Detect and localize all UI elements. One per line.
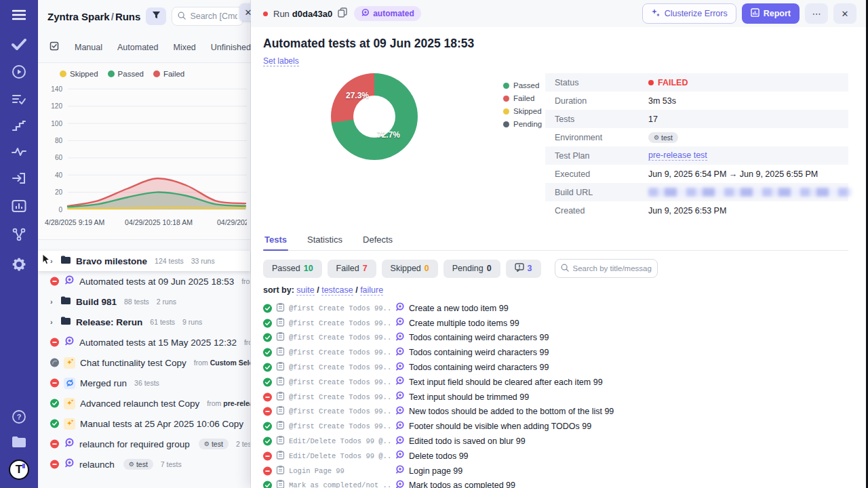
run-title: Automated tests at 09 Jun 2025 18:53 <box>263 37 848 51</box>
sidebar-help-icon[interactable]: ? <box>12 409 26 424</box>
environment-badge: ⚙test <box>648 132 678 143</box>
run-list-item[interactable]: ›Release: Rerun61 tests9 runs <box>38 312 250 332</box>
sidebar-bar-chart-icon[interactable] <box>12 199 26 213</box>
run-type-tabs: ManualAutomatedMixedUnfinished <box>38 31 250 62</box>
svg-text:20: 20 <box>55 188 63 196</box>
close-run-button[interactable]: ✕ <box>833 3 856 24</box>
detail-value: 3m 53s <box>648 96 676 106</box>
run-list-item[interactable]: Automated tests at 15 May 2025 12:32from… <box>38 332 250 352</box>
menu-icon[interactable] <box>12 9 26 20</box>
run-name: relaunch for required group <box>79 439 190 449</box>
tab-automated[interactable]: Automated <box>117 43 158 52</box>
test-row[interactable]: @first Create Todos 99...Text input shou… <box>263 390 848 405</box>
tab-defects[interactable]: Defects <box>361 230 394 250</box>
test-row[interactable]: @first Create Todos 99...Text input fiel… <box>263 375 848 390</box>
svg-text:100: 100 <box>51 120 62 127</box>
sidebar-sign-in-icon[interactable] <box>12 171 26 185</box>
chevron-right-icon[interactable]: › <box>50 257 56 265</box>
test-row[interactable]: @first Create Todos 99...Todos containin… <box>263 360 848 375</box>
test-row[interactable]: Mark as completed/not ...Mark todos as c… <box>263 479 848 488</box>
sidebar-projects-icon[interactable] <box>11 435 27 449</box>
run-list-item[interactable]: ✦✦Manual tests at 25 Apr 2025 10:06 Copy… <box>38 413 250 434</box>
folder-tests-count: 88 tests <box>124 298 149 306</box>
runs-search[interactable] <box>172 7 243 26</box>
run-list-item[interactable]: Merged run36 tests <box>38 373 250 393</box>
sidebar-play-circle-icon[interactable] <box>12 64 26 79</box>
test-row[interactable]: @first Create Todos 99...Todos containin… <box>263 345 848 360</box>
report-button[interactable]: Report <box>742 3 800 24</box>
select-all-icon[interactable] <box>49 41 60 54</box>
chevron-right-icon[interactable]: › <box>50 318 56 326</box>
filter-chip-comments[interactable]: 3 <box>506 260 541 278</box>
sidebar-branch-icon[interactable] <box>12 227 26 242</box>
tests-search[interactable] <box>555 259 658 278</box>
filter-chip-failed[interactable]: Failed7 <box>328 260 376 278</box>
sidebar-steps-icon[interactable] <box>12 120 26 132</box>
sidebar-list-check-icon[interactable] <box>12 94 26 106</box>
status-failed-icon <box>263 451 272 460</box>
more-button[interactable]: ⋯ <box>805 3 828 24</box>
sidebar-check-icon[interactable] <box>12 38 26 50</box>
run-list-item[interactable]: ✦✦Advanced relaunch test Copyfrom pre-re… <box>38 393 250 413</box>
filter-chip-skipped[interactable]: Skipped0 <box>382 260 438 278</box>
test-title: Todos containing weird characters 99 <box>409 333 549 342</box>
run-topbar: Run d0da43a0 automated Clusterize Errors… <box>251 0 866 27</box>
tests-search-input[interactable] <box>573 264 652 272</box>
build-url-blurred[interactable] <box>648 188 852 197</box>
test-row[interactable]: @first Create Todos 99...Footer should b… <box>263 419 848 434</box>
robot-icon <box>64 336 75 349</box>
run-list-item[interactable]: ✦✦Chat functinality test Copyfrom Custom… <box>38 352 250 373</box>
chevron-right-icon[interactable]: › <box>50 298 56 306</box>
folder-icon <box>60 316 71 328</box>
run-list-item[interactable]: ›Build 98188 tests2 runs <box>38 291 250 312</box>
runs-search-input[interactable] <box>190 12 237 21</box>
clipboard-icon <box>276 361 285 373</box>
run-name: Advanced relaunch test Copy <box>80 399 199 409</box>
robot-icon <box>395 346 405 359</box>
run-list-item[interactable]: ›Bravo milestone124 tests33 runs <box>38 251 250 271</box>
filter-button[interactable] <box>146 7 166 25</box>
clusterize-errors-button[interactable]: Clusterize Errors <box>642 3 736 24</box>
sidebar-gear-icon[interactable] <box>11 256 27 272</box>
sort-link-failure[interactable]: failure <box>360 285 383 296</box>
status-passed-icon <box>50 399 59 408</box>
detail-label: Test Plan <box>545 151 648 161</box>
svg-text:4/28/2025 9:19 AM: 4/28/2025 9:19 AM <box>45 218 104 226</box>
test-row[interactable]: Login Page 99Login page 99 <box>263 464 848 479</box>
tab-statistics[interactable]: Statistics <box>306 230 344 250</box>
suite-name: Mark as completed/not ... <box>289 481 391 488</box>
filter-chip-passed[interactable]: Passed10 <box>263 260 322 278</box>
test-row[interactable]: Edit/Delete Todos 99 @...Edited todo is … <box>263 434 848 449</box>
test-row[interactable]: Edit/Delete Todos 99 @...Delete todos 99 <box>263 449 848 464</box>
run-list-item[interactable]: Automated tests at 09 Jun 2025 18:53from… <box>38 271 250 291</box>
project-name[interactable]: Zyntra Spark <box>47 11 110 22</box>
sort-separator: / <box>353 285 360 295</box>
detail-label: Executed <box>545 169 648 179</box>
tab-mixed[interactable]: Mixed <box>173 43 195 52</box>
run-list-item[interactable]: relaunch for required group⚙test2 tests <box>38 434 250 454</box>
sort-link-suite[interactable]: suite <box>296 285 314 296</box>
test-plan-link[interactable]: pre-release test <box>648 150 707 161</box>
sidebar-activity-icon[interactable] <box>12 146 26 157</box>
test-title: Create a new todo item 99 <box>409 304 509 313</box>
avatar[interactable]: T <box>9 460 29 480</box>
automated-badge[interactable]: automated <box>354 6 421 21</box>
filter-chip-pending[interactable]: Pending0 <box>443 260 500 278</box>
test-row[interactable]: @first Create Todos 99...Todos containin… <box>263 331 848 346</box>
set-labels-link[interactable]: Set labels <box>263 56 299 66</box>
sort-link-testcase[interactable]: testcase <box>321 285 353 296</box>
detail-value <box>648 188 852 197</box>
tab-tests[interactable]: Tests <box>263 230 288 250</box>
robot-icon <box>361 8 370 19</box>
test-row[interactable]: @first Create Todos 99...Create a new to… <box>263 301 848 316</box>
funnel-icon <box>152 11 161 22</box>
tab-unfinished[interactable]: Unfinished <box>211 43 251 52</box>
test-row[interactable]: @first Create Todos 99...New todos shoul… <box>263 405 848 420</box>
test-title: Todos containing weird characters 99 <box>409 363 549 372</box>
test-row[interactable]: @first Create Todos 99...Create multiple… <box>263 316 848 331</box>
detail-row-executed: ExecutedJun 9, 2025 6:54 PM → Jun 9, 202… <box>545 165 848 183</box>
svg-text:?: ? <box>17 413 22 421</box>
copy-icon[interactable] <box>338 7 347 20</box>
tab-manual[interactable]: Manual <box>75 43 102 52</box>
run-list-item[interactable]: relaunch⚙test7 tests <box>38 454 250 474</box>
